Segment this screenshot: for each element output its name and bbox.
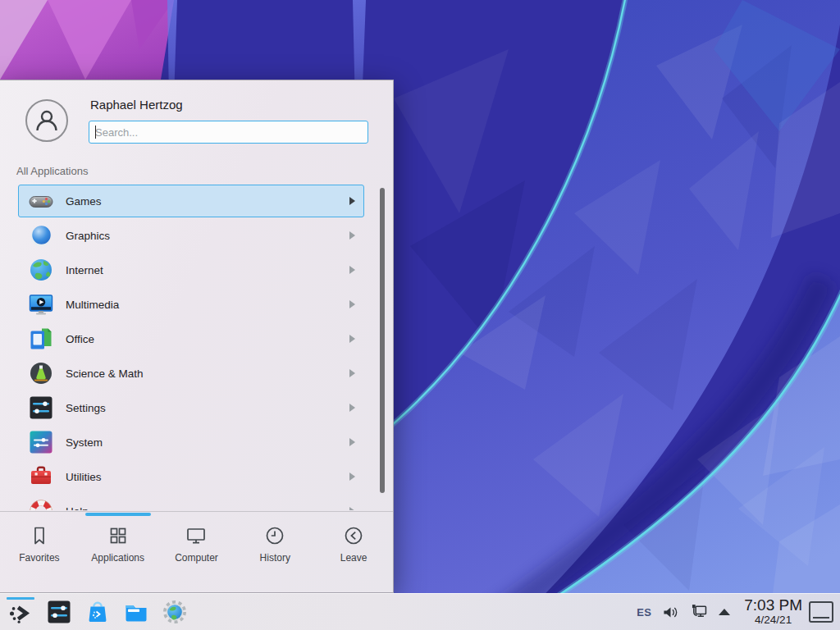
internet-icon xyxy=(28,257,54,283)
active-launcher-indicator xyxy=(7,597,34,600)
discover-icon xyxy=(84,599,111,625)
help-icon xyxy=(28,498,54,510)
user-avatar[interactable] xyxy=(25,99,68,142)
computer-icon xyxy=(185,525,207,546)
show-desktop-button[interactable] xyxy=(809,601,833,623)
list-scrollbar[interactable] xyxy=(380,188,385,493)
application-launcher-popup: Raphael Hertzog All Applications Games xyxy=(0,80,394,593)
file-manager-task-button[interactable] xyxy=(122,598,150,626)
graphics-icon xyxy=(28,222,54,249)
digital-clock[interactable]: 7:03 PM 4/24/21 xyxy=(744,597,802,626)
menu-item-help[interactable]: Help xyxy=(18,495,364,510)
expand-tray-icon[interactable] xyxy=(719,609,730,615)
application-launcher-icon xyxy=(8,601,33,626)
tab-history[interactable]: History xyxy=(235,512,314,592)
submenu-arrow-icon xyxy=(349,507,355,510)
multimedia-icon xyxy=(28,291,54,317)
menu-item-settings[interactable]: Settings xyxy=(18,391,364,424)
menu-item-office[interactable]: Office xyxy=(18,322,364,355)
user-icon xyxy=(33,107,61,135)
tab-leave[interactable]: Leave xyxy=(314,512,393,592)
file-manager-icon xyxy=(123,599,149,625)
menu-item-graphics[interactable]: Graphics xyxy=(18,219,364,252)
menu-item-science-math[interactable]: Science & Math xyxy=(18,357,364,390)
submenu-arrow-icon xyxy=(349,300,355,308)
tab-applications[interactable]: Applications xyxy=(79,512,158,592)
section-label: All Applications xyxy=(16,165,88,177)
keyboard-layout-indicator[interactable]: ES xyxy=(637,606,651,619)
application-launcher-button[interactable] xyxy=(7,600,34,628)
menu-item-system[interactable]: System xyxy=(18,426,364,459)
taskbar-panel: ES 7:03 PM 4/24/21 xyxy=(0,593,840,630)
favorites-icon xyxy=(29,525,50,546)
desktop: { "launcher": { "user_name": "Raphael He… xyxy=(0,0,840,630)
history-icon xyxy=(264,525,285,546)
submenu-arrow-icon xyxy=(349,369,355,377)
office-icon xyxy=(28,326,54,352)
menu-item-utilities[interactable]: Utilities xyxy=(18,460,364,493)
utilities-icon xyxy=(28,463,54,490)
applications-icon xyxy=(107,525,129,546)
submenu-arrow-icon xyxy=(349,472,355,481)
submenu-arrow-icon xyxy=(349,231,355,240)
games-icon xyxy=(28,188,54,214)
tab-favorites[interactable]: Favorites xyxy=(0,512,79,592)
submenu-arrow-icon xyxy=(349,335,355,343)
network-icon[interactable] xyxy=(690,603,708,621)
active-tab-indicator xyxy=(85,513,151,516)
submenu-arrow-icon xyxy=(349,197,355,205)
search-input[interactable] xyxy=(89,121,368,144)
system-icon xyxy=(28,429,54,455)
menu-item-internet[interactable]: Internet xyxy=(18,253,364,286)
launcher-tab-bar: Favorites Applications Computer His xyxy=(0,511,393,592)
submenu-arrow-icon xyxy=(349,438,355,446)
discover-task-button[interactable] xyxy=(84,598,112,626)
launcher-header: Raphael Hertzog xyxy=(0,80,393,162)
user-name: Raphael Hertzog xyxy=(90,98,183,112)
web-browser-icon xyxy=(162,599,188,625)
submenu-arrow-icon xyxy=(349,266,355,274)
system-settings-icon xyxy=(46,599,72,625)
web-browser-task-button[interactable] xyxy=(161,598,189,626)
menu-item-multimedia[interactable]: Multimedia xyxy=(18,288,364,321)
system-tray: ES 7:03 PM 4/24/21 xyxy=(637,597,809,626)
text-caret xyxy=(95,126,96,139)
clock-time: 7:03 PM xyxy=(744,597,802,614)
science-icon xyxy=(28,360,54,386)
volume-icon[interactable] xyxy=(662,604,679,621)
menu-item-games[interactable]: Games xyxy=(18,185,364,217)
clock-date: 4/24/21 xyxy=(755,614,792,627)
submenu-arrow-icon xyxy=(349,404,355,412)
system-settings-task-button[interactable] xyxy=(45,598,73,626)
leave-icon xyxy=(343,525,364,546)
application-category-list: Games Graphics Internet xyxy=(0,180,379,510)
tab-computer[interactable]: Computer xyxy=(158,512,236,592)
settings-icon xyxy=(28,395,54,421)
